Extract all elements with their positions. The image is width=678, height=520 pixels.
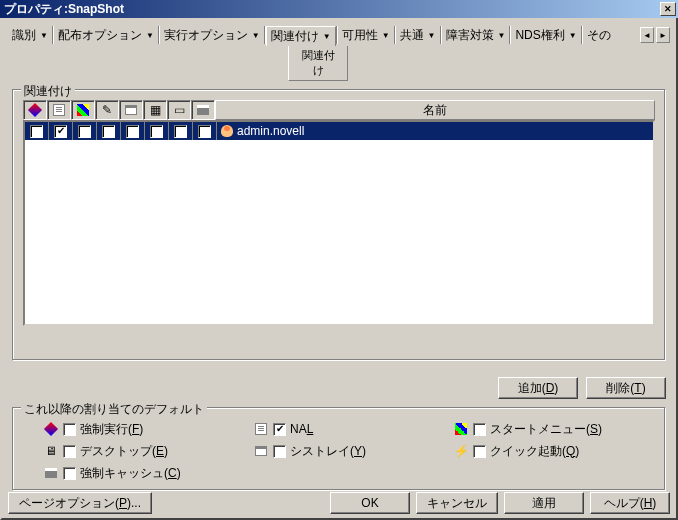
chevron-down-icon: ▼ — [40, 31, 48, 40]
row-check-6[interactable] — [174, 125, 187, 138]
footer-buttons: ページオプション(P)... OK キャンセル 適用 ヘルプ(H) — [8, 492, 670, 514]
window-title: プロパティ:SnapShot — [2, 1, 660, 18]
tab-availability[interactable]: 可用性▼ — [338, 25, 394, 45]
add-button[interactable]: 追加(D) — [498, 377, 578, 399]
window-icon: ▭ — [171, 102, 187, 118]
col-icon-tray[interactable] — [119, 100, 143, 120]
desktop-checkbox[interactable] — [63, 445, 76, 458]
associations-legend: 関連付け — [21, 83, 75, 100]
printer-icon — [197, 105, 209, 115]
col-icon-print[interactable] — [191, 100, 215, 120]
remove-button[interactable]: 削除(T) — [586, 377, 666, 399]
row-check-7[interactable] — [198, 125, 211, 138]
note-icon — [253, 421, 269, 437]
quick-launch-checkbox[interactable] — [473, 445, 486, 458]
associations-list[interactable]: ✔ admin.novell — [23, 120, 655, 326]
start-menu-checkbox[interactable] — [473, 423, 486, 436]
row-check-1[interactable]: ✔ — [54, 125, 67, 138]
quick-launch-label: クイック起動(Q) — [490, 443, 579, 460]
tab-run-options[interactable]: 実行オプション▼ — [160, 25, 264, 45]
chevron-down-icon: ▼ — [498, 31, 506, 40]
chevron-down-icon: ▼ — [252, 31, 260, 40]
printer-icon — [43, 465, 59, 481]
tab-bar: 識別▼ 配布オプション▼ 実行オプション▼ 関連付け▼ 可用性▼ 共通▼ 障害対… — [8, 24, 670, 46]
quick-launch-icon: ⚡ — [453, 443, 469, 459]
tab-other[interactable]: その — [583, 25, 615, 45]
cancel-button[interactable]: キャンセル — [416, 492, 498, 514]
user-icon — [221, 125, 233, 137]
tray-icon — [125, 105, 137, 115]
col-icon-diamond[interactable] — [23, 100, 47, 120]
force-run-label: 強制実行(F) — [80, 421, 143, 438]
chevron-down-icon: ▼ — [428, 31, 436, 40]
chevron-down-icon: ▼ — [569, 31, 577, 40]
row-name: admin.novell — [237, 124, 304, 138]
chevron-down-icon: ▼ — [382, 31, 390, 40]
defaults-group: これ以降の割り当てのデフォルト 強制実行(F) ✔ NAL スタートメニュー(S… — [12, 407, 666, 491]
titlebar: プロパティ:SnapShot ✕ — [0, 0, 678, 18]
dialog-body: 識別▼ 配布オプション▼ 実行オプション▼ 関連付け▼ 可用性▼ 共通▼ 障害対… — [0, 18, 678, 520]
force-cache-label: 強制キャッシュ(C) — [80, 465, 181, 482]
page-options-button[interactable]: ページオプション(P)... — [8, 492, 152, 514]
tab-nds-rights[interactable]: NDS権利▼ — [511, 25, 580, 45]
note-icon — [53, 104, 65, 116]
close-icon[interactable]: ✕ — [660, 2, 676, 16]
windows-icon — [77, 104, 89, 116]
row-check-0[interactable] — [30, 125, 43, 138]
ok-button[interactable]: OK — [330, 492, 410, 514]
col-header-name[interactable]: 名前 — [215, 100, 655, 120]
row-check-4[interactable] — [126, 125, 139, 138]
help-button[interactable]: ヘルプ(H) — [590, 492, 670, 514]
apply-button[interactable]: 適用 — [504, 492, 584, 514]
windows-icon — [453, 421, 469, 437]
col-icon-dots[interactable]: ▦ — [143, 100, 167, 120]
col-icon-window[interactable]: ▭ — [167, 100, 191, 120]
nal-checkbox[interactable]: ✔ — [273, 423, 286, 436]
diamond-icon — [43, 421, 59, 437]
force-run-checkbox[interactable] — [63, 423, 76, 436]
grid-icon: ▦ — [147, 102, 163, 118]
col-icon-note[interactable] — [47, 100, 71, 120]
start-menu-label: スタートメニュー(S) — [490, 421, 602, 438]
col-icon-edit[interactable]: ✎ — [95, 100, 119, 120]
tab-common[interactable]: 共通▼ — [396, 25, 440, 45]
tab-fault-tolerance[interactable]: 障害対策▼ — [442, 25, 510, 45]
systray-checkbox[interactable] — [273, 445, 286, 458]
systray-label: シストレイ(Y) — [290, 443, 366, 460]
associations-group: 関連付け ✎ ▦ ▭ 名前 ✔ — [12, 89, 666, 361]
subtab-associations[interactable]: 関連付け — [288, 46, 348, 81]
nal-label: NAL — [290, 422, 313, 436]
desktop-icon: 🖥 — [43, 443, 59, 459]
defaults-legend: これ以降の割り当てのデフォルト — [21, 401, 207, 418]
tray-icon — [253, 443, 269, 459]
row-check-2[interactable] — [78, 125, 91, 138]
chevron-down-icon: ▼ — [146, 31, 154, 40]
row-check-5[interactable] — [150, 125, 163, 138]
tab-scroll-right[interactable]: ► — [656, 27, 670, 43]
desktop-label: デスクトップ(E) — [80, 443, 168, 460]
diamond-icon — [28, 103, 42, 117]
tab-scroll-left[interactable]: ◄ — [640, 27, 654, 43]
force-cache-checkbox[interactable] — [63, 467, 76, 480]
edit-icon: ✎ — [99, 102, 115, 118]
tab-associations[interactable]: 関連付け▼ — [266, 26, 336, 46]
col-icon-win[interactable] — [71, 100, 95, 120]
tab-identification[interactable]: 識別▼ — [8, 25, 52, 45]
row-check-3[interactable] — [102, 125, 115, 138]
chevron-down-icon: ▼ — [323, 32, 331, 41]
column-header-row: ✎ ▦ ▭ 名前 — [23, 100, 655, 120]
table-row[interactable]: ✔ admin.novell — [25, 122, 653, 140]
tab-distribution-options[interactable]: 配布オプション▼ — [54, 25, 158, 45]
